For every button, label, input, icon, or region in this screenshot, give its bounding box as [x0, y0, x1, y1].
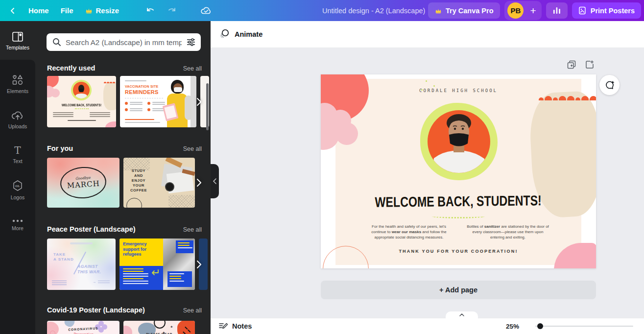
add-page-label: + Add page [439, 286, 477, 294]
file-label: File [61, 6, 73, 15]
resize-button[interactable]: Resize [85, 6, 119, 15]
add-member-button[interactable]: + [527, 5, 538, 17]
notes-button[interactable]: Notes [218, 322, 252, 331]
section-title: Covid-19 Poster (Landscape) [47, 306, 145, 314]
sidebar-rail-group: Elements Uploads T Text co. Logos [0, 60, 35, 334]
comment-plus-icon [604, 80, 615, 91]
carousel-next-button[interactable] [194, 175, 204, 191]
template-thumb-emergency-refugees[interactable]: Emergency support for refugees [119, 239, 195, 290]
undo-icon[interactable] [145, 6, 155, 15]
search-icon [52, 38, 61, 47]
design-page[interactable]: CORDALE HIGH SCHOOL WELCOME BACK, STU [321, 74, 596, 268]
template-row-for-you: Goodbye MARCH STUDY AND ENJOY YOUR COFFE… [47, 158, 211, 208]
decor: + [170, 325, 173, 329]
filter-icon[interactable] [186, 38, 196, 47]
back-chevron-icon[interactable] [9, 7, 17, 15]
section-title: Peace Poster (Landscape) [47, 225, 136, 233]
notes-label: Notes [232, 322, 252, 330]
text-line-placeholder [125, 119, 154, 120]
see-all-link[interactable]: See all [183, 145, 202, 152]
avatar[interactable]: PB [507, 2, 524, 19]
search-input[interactable] [66, 38, 182, 47]
sidebar-rail: Templates Elements Uploads [0, 21, 35, 334]
template-thumb-goodbye-march[interactable]: Goodbye MARCH [47, 158, 119, 208]
carousel-next-button[interactable] [194, 257, 204, 272]
text-line-placeholder [125, 80, 146, 81]
text-icon: T [14, 145, 21, 155]
canvas-area[interactable]: CORDALE HIGH SCHOOL WELCOME BACK, STU [211, 48, 644, 318]
see-all-link[interactable]: See all [183, 226, 202, 233]
see-all-link[interactable]: See all [183, 65, 202, 72]
sidebar-item-elements[interactable]: Elements [0, 67, 35, 102]
thumb-title: CORONAVIRUS [68, 326, 98, 331]
add-page-button[interactable]: + Add page [321, 281, 596, 299]
insights-button[interactable] [546, 2, 568, 19]
try-canva-pro-button[interactable]: Try Canva Pro [428, 2, 501, 19]
elements-label: Elements [7, 88, 28, 94]
carousel-next-button[interactable] [194, 94, 204, 110]
template-thumb-coronavirus[interactable]: CORONAVIRUS Prevention [47, 321, 119, 334]
poster-paragraph-left: For the health and safety of our peers, … [366, 224, 452, 240]
poster-headline: WELCOME BACK, STUDENTS! [321, 193, 596, 210]
sidebar-item-uploads[interactable]: Uploads [0, 102, 35, 137]
decor [71, 80, 92, 100]
panel-scrollbar[interactable] [206, 83, 209, 130]
animate-label: Animate [235, 30, 262, 38]
template-thumb-please-wear[interactable]: + + PLEASE WEAR [123, 321, 195, 334]
template-thumb-study-coffee[interactable]: STUDY AND ENJOY YOUR COFFEE [123, 158, 195, 208]
scallop-decor [539, 96, 596, 100]
upload-cloud-icon [11, 110, 24, 120]
photo-frame [420, 103, 498, 180]
thumb-title: MARCH [67, 179, 100, 191]
sidebar-item-templates[interactable]: Templates [0, 21, 35, 58]
sidebar-item-more[interactable]: More [0, 208, 35, 243]
poster-body-text: For the health and safety of our peers, … [366, 224, 551, 240]
see-all-link[interactable]: See all [183, 307, 202, 314]
template-thumb-vaccination[interactable]: VACCINATION SITE REMINDERS [120, 76, 196, 127]
template-thumb-welcome-back[interactable]: WELCOME BACK, STUDENTS! [47, 76, 116, 127]
section-header-for-you: For you See all [47, 144, 202, 152]
section-header-peace-poster: Peace Poster (Landscape) See all [47, 225, 202, 233]
more-label: More [12, 225, 24, 231]
top-bar: Home File Resize Untitled design - A2 (L… [0, 0, 644, 21]
print-posters-button[interactable]: Print Posters [572, 2, 641, 19]
template-row-covid-poster: CORONAVIRUS Prevention + + PLEASE WEAR [47, 321, 211, 334]
templates-label: Templates [6, 45, 29, 50]
coffee-cup-decor [166, 183, 173, 191]
sidebar-item-logos[interactable]: co. Logos [0, 172, 35, 208]
text-line-placeholder [70, 242, 93, 244]
poster-paragraph-right: Bottles of sanitizer are stationed by th… [465, 224, 551, 240]
notes-icon [218, 322, 228, 331]
zoom-slider-knob[interactable] [537, 323, 543, 329]
redo-icon[interactable] [167, 6, 177, 15]
decor [51, 89, 60, 97]
try-pro-label: Try Canva Pro [446, 7, 494, 15]
animate-button[interactable]: Animate [218, 29, 262, 40]
home-button[interactable]: Home [28, 6, 49, 15]
resize-label: Resize [96, 6, 119, 15]
bar-chart-icon [553, 7, 561, 14]
sidebar-item-text[interactable]: T Text [0, 137, 35, 172]
panel-collapse-tab[interactable] [211, 164, 219, 198]
home-label: Home [28, 6, 49, 15]
thumb-title: TAKE A STAND [53, 252, 74, 262]
expand-pages-tab[interactable] [446, 311, 478, 318]
thumb-title: Emergency support for refugees [119, 239, 163, 266]
decor [125, 98, 163, 98]
comment-button[interactable] [599, 75, 620, 95]
file-menu-button[interactable]: File [61, 6, 73, 15]
cloud-saved-icon[interactable] [200, 6, 212, 15]
elements-icon [12, 74, 24, 85]
zoom-slider[interactable] [535, 326, 633, 327]
text-line-placeholder [52, 281, 67, 286]
add-page-icon[interactable] [585, 60, 594, 69]
text-line-placeholder [125, 122, 160, 123]
decor [125, 102, 168, 111]
design-title[interactable]: Untitled design - A2 (Landscape) [322, 0, 425, 21]
thumb-title: AGAINST THIS WAR. [77, 264, 101, 274]
duplicate-page-icon[interactable] [567, 60, 576, 69]
template-thumb-take-a-stand[interactable]: TAKE A STAND AGAINST THIS WAR. → [47, 239, 116, 290]
section-header-recently-used: Recently used See all [47, 64, 202, 72]
decor [123, 326, 132, 334]
logos-icon: co. [12, 180, 24, 191]
